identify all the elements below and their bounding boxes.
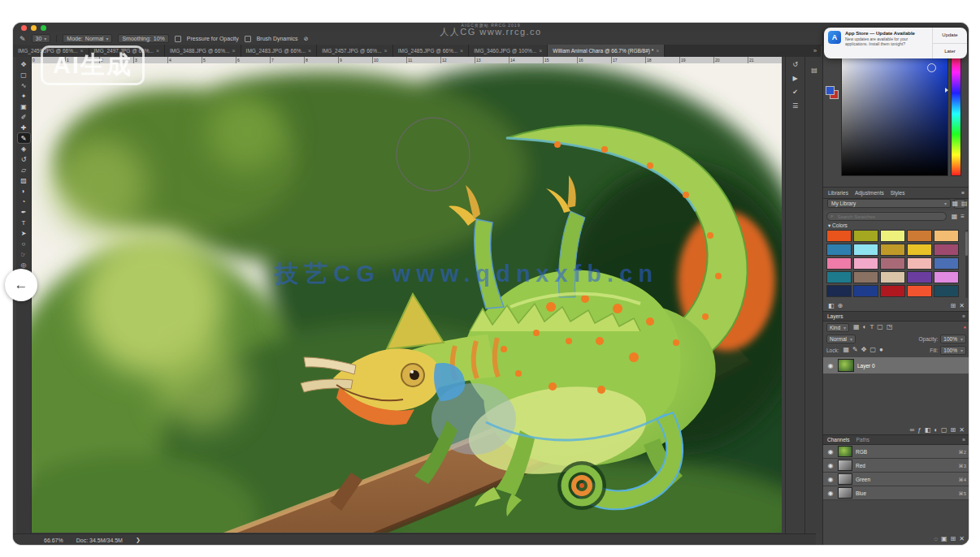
channels-menu-icon[interactable]: ≡	[962, 437, 965, 443]
channel-row-red[interactable]: ◉Red⌘3	[823, 459, 969, 473]
history-icon[interactable]: ↺	[791, 61, 800, 69]
clone-stamp-tool-icon[interactable]: ◈	[18, 144, 30, 153]
color-selector-ring[interactable]	[927, 63, 936, 72]
status-chevron-icon[interactable]: ❯	[136, 537, 141, 543]
tab-libraries[interactable]: Libraries	[828, 190, 848, 196]
panel-menu-icon[interactable]: ≡	[961, 190, 965, 196]
color-swatch[interactable]	[826, 257, 852, 270]
previous-swatches-icon[interactable]: ◧	[826, 302, 836, 310]
filter-smart-objects-icon[interactable]: ◳	[885, 323, 895, 331]
tab-close-icon[interactable]: ×	[384, 48, 388, 54]
search-box[interactable]: ⌕	[826, 212, 947, 221]
document-tab[interactable]: IMG_2459.JPG @ 66%...×	[13, 45, 89, 57]
close-button[interactable]	[21, 25, 27, 31]
document-tab[interactable]: IMG_2497.JPG @ 66%...×	[89, 45, 166, 57]
visibility-eye-icon[interactable]: ◉	[826, 362, 835, 369]
color-swatch[interactable]	[826, 271, 852, 283]
visibility-eye-icon[interactable]: ◉	[826, 476, 835, 483]
opacity-field[interactable]: 100% ▾	[940, 335, 966, 343]
layer-mask-icon[interactable]: ◧	[923, 426, 933, 434]
marquee-tool-icon[interactable]: ▢	[18, 70, 30, 80]
pen-tool-icon[interactable]: ✒	[18, 207, 30, 217]
lock-artboard-icon[interactable]: ▢	[869, 346, 878, 354]
document-tab[interactable]: IMG_3460.JPG @ 100%...×	[469, 45, 548, 57]
layer-thumbnail[interactable]	[838, 359, 854, 372]
type-tool-icon[interactable]: T	[18, 218, 30, 227]
path-select-tool-icon[interactable]: ➤	[18, 228, 30, 238]
visibility-eye-icon[interactable]: ◉	[826, 462, 835, 469]
load-channel-selection-icon[interactable]: ◌	[932, 535, 939, 543]
layer-effects-icon[interactable]: ƒ	[916, 426, 922, 434]
color-swatch[interactable]	[907, 244, 932, 256]
foreground-background-chips[interactable]	[826, 86, 839, 99]
zoom-button[interactable]	[41, 25, 46, 31]
layer-row[interactable]: ◉ Layer 0	[823, 357, 969, 373]
move-tool-icon[interactable]: ✥	[18, 59, 30, 69]
lock-all-icon[interactable]: ●	[878, 346, 885, 354]
grid-view-icon[interactable]: ▦	[950, 200, 960, 208]
channel-row-green[interactable]: ◉Green⌘4	[823, 473, 969, 486]
color-swatch[interactable]	[880, 257, 905, 270]
minimize-button[interactable]	[31, 25, 37, 31]
lock-pixels-icon[interactable]: ✎	[851, 346, 860, 354]
tab-close-icon[interactable]: ×	[460, 48, 463, 54]
filter-type-layers-icon[interactable]: T	[868, 323, 875, 331]
mode-dropdown[interactable]: Mode: Normal ▾	[63, 34, 112, 43]
airbrush-icon[interactable]: ⊘	[304, 36, 309, 42]
system-notification[interactable]: A App Store — Update Available New updat…	[824, 28, 967, 58]
blend-mode-dropdown[interactable]: Normal ▾	[826, 335, 856, 343]
list-view-icon[interactable]: ▤	[960, 200, 969, 208]
dodge-tool-icon[interactable]: ◔	[18, 196, 30, 206]
color-swatch[interactable]	[907, 230, 932, 242]
new-channel-icon[interactable]: ⊞	[949, 535, 958, 543]
adjustments-icon[interactable]: ☰	[791, 102, 800, 110]
tab-paths[interactable]: Paths	[856, 437, 869, 443]
link-layers-icon[interactable]: ∞	[908, 426, 916, 434]
tab-close-icon[interactable]: ×	[232, 48, 236, 54]
color-swatch[interactable]	[826, 230, 852, 242]
pressure-opacity-checkbox[interactable]	[175, 36, 181, 42]
foreground-color-chip[interactable]	[826, 86, 835, 95]
delete-channel-icon[interactable]: ✕	[957, 535, 966, 543]
back-button[interactable]: ←	[5, 269, 37, 301]
properties-panel-icon[interactable]: ▤	[809, 67, 819, 75]
color-swatch[interactable]	[934, 244, 959, 256]
brush-tool-icon[interactable]: ✎	[18, 133, 30, 143]
color-swatch[interactable]	[880, 285, 905, 297]
hue-marker-icon[interactable]	[945, 88, 948, 93]
document-tab[interactable]: IMG_3488.JPG @ 66%...×	[165, 45, 241, 57]
hue-slider[interactable]	[951, 51, 961, 176]
color-swatch[interactable]	[826, 285, 852, 297]
delete-swatch-icon[interactable]: ✕	[957, 302, 966, 310]
lock-position-icon[interactable]: ✥	[860, 346, 869, 354]
tab-styles[interactable]: Styles	[891, 190, 905, 196]
document-tab[interactable]: IMG_2483.JPG @ 66%...×	[241, 45, 318, 57]
color-swatch[interactable]	[934, 257, 959, 270]
color-swatch[interactable]	[907, 257, 932, 270]
lasso-tool-icon[interactable]: ∿	[18, 80, 30, 90]
color-swatch[interactable]	[934, 271, 959, 283]
document-tab[interactable]: IMG_2457.JPG @ 66%...×	[317, 45, 393, 57]
blur-tool-icon[interactable]: ◗	[18, 186, 30, 196]
zoom-level-field[interactable]: 66.67%	[44, 538, 63, 543]
library-select[interactable]: My Library ▾	[827, 199, 951, 208]
saturation-brightness-field[interactable]	[841, 51, 948, 176]
save-selection-as-channel-icon[interactable]: ▣	[939, 535, 949, 543]
visibility-eye-icon[interactable]: ◉	[826, 490, 835, 497]
color-swatch[interactable]	[826, 244, 852, 256]
color-swatch[interactable]	[934, 230, 959, 242]
smoothing-field[interactable]: Smoothing: 10%	[118, 34, 168, 43]
swatch-group-header[interactable]: ▾ Colors	[828, 222, 848, 229]
document-tab[interactable]: William Animal Chara @ 66.7% (RGB/8#) *×	[548, 45, 665, 57]
hand-tool-icon[interactable]: ☞	[18, 249, 30, 259]
adjustment-layer-icon[interactable]: ◐	[932, 426, 939, 434]
channel-row-rgb[interactable]: ◉RGB⌘2	[823, 445, 969, 459]
brush-settings-icon[interactable]: ✔	[791, 89, 800, 97]
color-swatch[interactable]	[853, 244, 878, 256]
color-swatch[interactable]	[853, 285, 878, 297]
tab-close-icon[interactable]: ×	[80, 48, 83, 54]
color-swatch[interactable]	[934, 285, 959, 297]
color-swatch[interactable]	[907, 285, 932, 297]
search-input[interactable]	[835, 214, 942, 220]
document-tab[interactable]: IMG_2485.JPG @ 66%...×	[393, 45, 470, 57]
